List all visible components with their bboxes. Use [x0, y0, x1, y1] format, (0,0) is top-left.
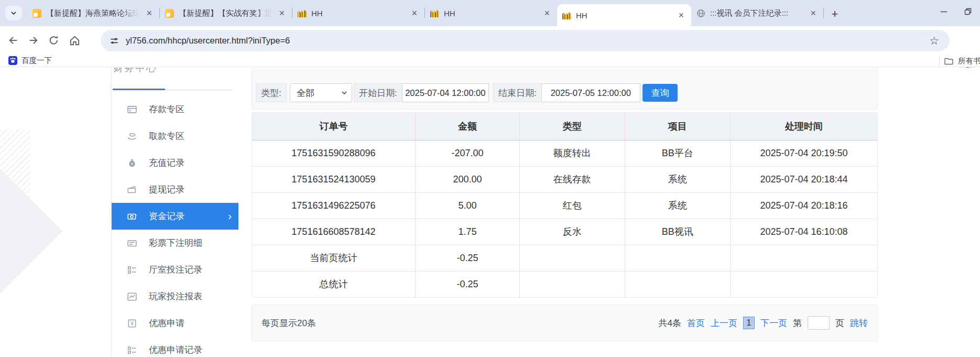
sidebar-item-withdraw-zone[interactable]: 取款专区: [112, 123, 238, 149]
tab-hh-active[interactable]: HH ×: [557, 4, 691, 26]
table-header-row: 订单号 金额 类型 项目 处理时间: [252, 113, 877, 140]
type-select[interactable]: 全部: [290, 83, 352, 102]
minimize-button[interactable]: [932, 0, 956, 23]
sidebar-item-label: 资金记录: [149, 210, 184, 222]
cell-summary-label: 当前页统计: [252, 245, 415, 271]
hh-favicon-icon: [298, 10, 307, 17]
window-controls: [932, 0, 980, 23]
list-icon: [126, 344, 137, 355]
start-date-group: 开始日期:: [354, 83, 489, 102]
hh-favicon-icon: [562, 12, 571, 19]
fund-record-icon: [126, 211, 137, 222]
money-bag-icon: ¥: [126, 157, 137, 168]
tab-close-icon[interactable]: ×: [676, 10, 686, 20]
back-button[interactable]: [6, 34, 20, 47]
forum-favicon-icon: [165, 9, 174, 18]
sidebar-item-recharge-records[interactable]: ¥ 充值记录: [112, 149, 238, 176]
sidebar-item-label: 优惠申请: [149, 317, 184, 329]
tab-hh-2[interactable]: HH ×: [425, 0, 557, 26]
tab-video-records[interactable]: :::视讯 会员下注纪录::: ×: [691, 0, 823, 26]
cell-time: 2025-07-04 20:19:50: [731, 140, 877, 166]
reload-button[interactable]: [47, 34, 61, 47]
sidebar-item-label: 彩票下注明细: [149, 237, 202, 249]
site-info-icon[interactable]: [109, 36, 119, 46]
sidebar-item-player-bet-report[interactable]: 玩家投注报表: [112, 283, 238, 310]
tab-close-icon[interactable]: ×: [808, 8, 818, 18]
sidebar-menu: 存款专区 取款专区 ¥ 充值记录: [112, 96, 238, 357]
first-page-link[interactable]: 首页: [687, 317, 705, 329]
tab-title: HH: [576, 11, 674, 20]
sidebar-item-hall-bet-records[interactable]: 厅室投注记录: [112, 256, 238, 283]
search-button[interactable]: 查询: [643, 84, 678, 102]
sidebar-item-label: 玩家投注报表: [149, 290, 202, 302]
home-button[interactable]: [68, 34, 81, 47]
cell-order-id: 1751631524130059: [252, 166, 415, 192]
restore-button[interactable]: [956, 0, 980, 23]
start-date-input[interactable]: [402, 83, 489, 102]
sidebar-item-lottery-bet-details[interactable]: 彩票下注明细: [112, 230, 238, 256]
list-icon: [126, 264, 137, 275]
sidebar-item-label: 存款专区: [149, 103, 184, 115]
start-date-label: 开始日期:: [354, 83, 402, 102]
bookmark-baidu[interactable]: 百度一下: [8, 56, 52, 66]
bookmarks-divider: [939, 56, 940, 66]
forward-button[interactable]: [27, 34, 40, 47]
table-row: 1751631590288096 -207.00 额度转出 BB平台 2025-…: [252, 140, 877, 166]
globe-icon: [696, 9, 705, 18]
cell-amount: 5.00: [415, 192, 519, 219]
sidebar-item-deposit-zone[interactable]: 存款专区: [112, 96, 238, 123]
cell-summary-label: 总统计: [252, 271, 415, 297]
cell-project: BB视讯: [625, 219, 731, 245]
cell-order-id: 1751631590288096: [252, 140, 415, 166]
col-project: 项目: [625, 113, 731, 140]
baidu-paw-icon: [8, 56, 17, 65]
tab-search-button[interactable]: [5, 6, 22, 20]
new-tab-button[interactable]: +: [827, 6, 843, 22]
pagination-bar: 每页显示20条 共4条 首页 上一页 1 下一页 第 页 跳转: [252, 305, 878, 341]
bookmarks-bar: 百度一下 所有书签: [0, 55, 980, 67]
tab-forum-1[interactable]: 【新提醒】海燕策略论坛综合 ×: [27, 0, 159, 26]
sidebar-item-promo-apply-records[interactable]: 优惠申请记录: [112, 337, 238, 357]
cell-order-id: 1751631496225076: [252, 192, 415, 219]
tab-strip: 【新提醒】海燕策略论坛综合 × 【新提醒】【实战有奖】活动 × HH × HH …: [0, 0, 980, 26]
table-row: 1751631496225076 5.00 红包 系统 2025-07-04 2…: [252, 192, 877, 219]
col-time: 处理时间: [731, 113, 877, 140]
tab-hh-1[interactable]: HH ×: [292, 0, 424, 26]
all-bookmarks-button[interactable]: 所有书签: [958, 56, 980, 66]
url-text[interactable]: yl756.com/hhcp/usercenter.html?iniType=6: [126, 36, 929, 46]
tab-close-icon[interactable]: ×: [409, 8, 419, 18]
page-content: 财务中心 存款专区 取款专区: [0, 68, 980, 357]
type-select-value: 全部: [297, 87, 314, 99]
sidebar-item-label: 提现记录: [149, 183, 184, 196]
sidebar-item-promo-apply[interactable]: ¥ 优惠申请: [112, 310, 238, 337]
next-page-link[interactable]: 下一页: [760, 317, 787, 329]
page-size-text: 每页显示20条: [262, 317, 316, 329]
tab-divider: [823, 8, 824, 18]
table-row: 1751616608578142 1.75 反水 BB视讯 2025-07-04…: [252, 219, 877, 245]
prev-page-link[interactable]: 上一页: [711, 317, 737, 329]
cell-amount: 200.00: [415, 166, 519, 192]
tab-close-icon[interactable]: ×: [542, 8, 552, 18]
sidebar-item-label: 取款专区: [149, 130, 184, 142]
jump-page-input[interactable]: [808, 316, 830, 330]
cell-time: 2025-07-04 16:10:08: [731, 219, 877, 245]
jump-button[interactable]: 跳转: [850, 317, 868, 329]
tab-close-icon[interactable]: ×: [144, 8, 154, 18]
cell-type: 反水: [520, 219, 625, 245]
ticket-list-icon: [126, 237, 137, 248]
bookmark-star-icon[interactable]: ☆: [929, 35, 939, 47]
tab-close-icon[interactable]: ×: [277, 8, 287, 18]
coupon-icon: ¥: [126, 318, 137, 329]
tab-forum-2[interactable]: 【新提醒】【实战有奖】活动 ×: [160, 0, 292, 26]
tabs: 【新提醒】海燕策略论坛综合 × 【新提醒】【实战有奖】活动 × HH × HH …: [27, 0, 843, 26]
current-page-badge[interactable]: 1: [743, 317, 755, 329]
sidebar-item-withdraw-records[interactable]: 提现记录: [112, 176, 238, 203]
sidebar-item-label: 充值记录: [149, 157, 184, 169]
end-date-input[interactable]: [541, 83, 640, 102]
cell-project: 系统: [625, 192, 731, 219]
type-filter-label: 类型:: [256, 83, 287, 102]
tab-title: 【新提醒】海燕策略论坛综合: [46, 8, 142, 18]
cell-project: 系统: [625, 166, 731, 192]
sidebar-item-fund-records[interactable]: 资金记录 ›: [112, 203, 238, 230]
address-bar[interactable]: yl756.com/hhcp/usercenter.html?iniType=6…: [101, 30, 950, 51]
